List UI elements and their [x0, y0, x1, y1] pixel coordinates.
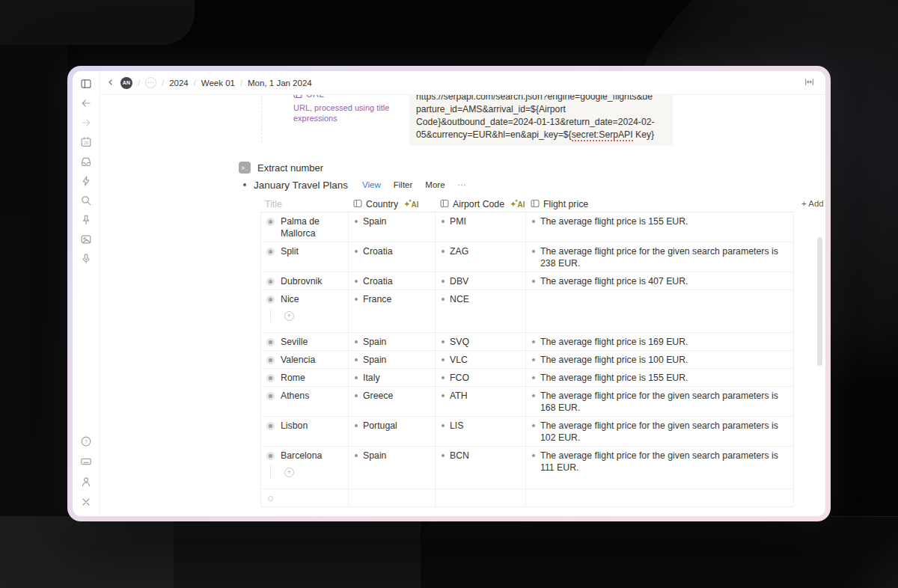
cell-drag-handle[interactable]: [355, 376, 358, 379]
avatar[interactable]: AN: [120, 77, 132, 89]
new-row-title-cell[interactable]: [260, 489, 349, 506]
collection-title[interactable]: January Travel Plans: [254, 180, 348, 191]
country-cell[interactable]: Spain: [349, 333, 436, 350]
breadcrumb-ellipsis-icon[interactable]: ⋯: [145, 77, 156, 88]
flight-price-cell[interactable]: The average flight price is 100 EUR.: [526, 351, 794, 368]
help-icon[interactable]: ?: [80, 435, 92, 447]
airport-code-cell[interactable]: ATH: [436, 387, 526, 416]
airport-code-cell[interactable]: FCO: [436, 369, 526, 386]
close-icon[interactable]: [80, 496, 92, 508]
airport-code-cell[interactable]: SVQ: [436, 333, 526, 350]
cell-drag-handle[interactable]: [442, 250, 445, 253]
country-cell[interactable]: Greece: [349, 387, 436, 416]
cell-drag-handle[interactable]: [442, 358, 445, 361]
cell-drag-handle[interactable]: [355, 298, 358, 301]
add-column-button[interactable]: + Add: [801, 199, 824, 208]
media-icon[interactable]: [80, 233, 92, 245]
cell-drag-handle[interactable]: [532, 250, 535, 253]
airport-code-cell[interactable]: LIS: [436, 417, 526, 446]
airport-code-cell[interactable]: NCE: [436, 290, 526, 332]
breadcrumb-item[interactable]: Week 01: [201, 79, 235, 88]
airport-code-cell[interactable]: VLC: [436, 351, 526, 368]
breadcrumb-back-icon[interactable]: [106, 78, 115, 88]
add-sub-item-icon[interactable]: +: [284, 311, 294, 321]
country-cell[interactable]: Croatia: [349, 272, 436, 290]
title-cell[interactable]: Split +: [260, 242, 349, 272]
keyboard-icon[interactable]: [80, 456, 92, 468]
flight-price-cell[interactable]: The average flight price is 407 EUR.: [526, 272, 794, 290]
page-width-icon[interactable]: [804, 76, 815, 89]
cell-drag-handle[interactable]: [442, 298, 445, 301]
cell-drag-handle[interactable]: [442, 394, 445, 397]
flight-price-cell[interactable]: The average flight price is 155 EUR.: [526, 212, 794, 242]
airport-code-cell[interactable]: DBV: [436, 272, 526, 290]
back-arrow-icon[interactable]: [80, 97, 92, 109]
cell-drag-handle[interactable]: [442, 454, 445, 457]
url-code-block[interactable]: https://serpapi.com/search.json?engine=g…: [409, 95, 673, 146]
country-cell[interactable]: Portugal: [349, 417, 436, 446]
calendar-icon[interactable]: 26: [80, 136, 92, 148]
row-open-handle[interactable]: [269, 394, 272, 398]
flight-price-cell[interactable]: The average flight price for the given s…: [526, 417, 794, 446]
inbox-icon[interactable]: [80, 156, 92, 168]
cell-drag-handle[interactable]: [355, 454, 358, 457]
country-cell[interactable]: Spain: [349, 212, 436, 242]
cell-drag-handle[interactable]: [355, 394, 358, 397]
add-sub-item-icon[interactable]: +: [284, 468, 294, 477]
cell-drag-handle[interactable]: [532, 340, 535, 343]
row-open-handle[interactable]: [269, 454, 272, 458]
cell-drag-handle[interactable]: [442, 280, 445, 283]
flight-price-cell[interactable]: The average flight price for the given s…: [526, 242, 794, 272]
airport-code-cell[interactable]: ZAG: [436, 242, 526, 272]
sidebar-toggle-icon[interactable]: [80, 78, 92, 90]
row-open-handle[interactable]: [269, 220, 272, 224]
menu-more[interactable]: More: [425, 180, 445, 189]
title-cell[interactable]: Seville +: [260, 333, 349, 350]
row-open-handle[interactable]: [269, 340, 272, 344]
microphone-icon[interactable]: [80, 253, 92, 265]
cell-drag-handle[interactable]: [442, 220, 445, 223]
cell-drag-handle[interactable]: [355, 358, 358, 361]
cell-drag-handle[interactable]: [532, 220, 535, 223]
zap-icon[interactable]: [80, 175, 92, 187]
title-cell[interactable]: Rome +: [260, 369, 349, 386]
person-icon[interactable]: [80, 476, 92, 488]
column-header-country[interactable]: Country ✦✦AI: [349, 199, 436, 210]
column-header-title[interactable]: Title: [260, 199, 349, 209]
airport-code-cell[interactable]: PMI: [436, 212, 526, 242]
title-cell[interactable]: Valencia +: [260, 351, 349, 368]
cell-drag-handle[interactable]: [532, 280, 535, 283]
new-row-cell[interactable]: [349, 489, 436, 506]
row-open-handle[interactable]: [269, 376, 272, 380]
flight-price-cell[interactable]: The average flight price is 155 EUR.: [526, 369, 794, 386]
menu-dots-icon[interactable]: ⋯: [458, 180, 468, 190]
pin-icon[interactable]: [80, 214, 92, 226]
new-row-cell[interactable]: [436, 489, 526, 506]
cell-drag-handle[interactable]: [442, 376, 445, 379]
block-bullet[interactable]: [243, 183, 246, 186]
cell-drag-handle[interactable]: [442, 424, 445, 427]
column-header-airport-code[interactable]: Airport Code ✦✦AI: [436, 199, 526, 210]
airport-code-cell[interactable]: BCN: [436, 447, 526, 489]
flight-price-cell[interactable]: [526, 290, 794, 332]
vertical-scrollbar-thumb[interactable]: [817, 237, 822, 366]
flight-price-cell[interactable]: The average flight price is 169 EUR.: [526, 333, 794, 350]
cell-drag-handle[interactable]: [355, 424, 358, 427]
menu-filter[interactable]: Filter: [394, 180, 413, 189]
cell-drag-handle[interactable]: [532, 376, 535, 379]
cell-drag-handle[interactable]: [355, 340, 358, 343]
extract-number-block[interactable]: >_ Extract number: [239, 160, 323, 175]
cell-drag-handle[interactable]: [355, 280, 358, 283]
flight-price-cell[interactable]: The average flight price for the given s…: [526, 387, 794, 416]
country-cell[interactable]: Italy: [349, 369, 436, 386]
breadcrumb-item[interactable]: Mon, 1 Jan 2024: [248, 79, 312, 88]
cell-drag-handle[interactable]: [355, 220, 358, 223]
menu-view[interactable]: View: [362, 180, 381, 189]
country-cell[interactable]: Croatia: [349, 242, 436, 272]
row-open-handle[interactable]: [269, 250, 272, 254]
title-cell[interactable]: Dubrovnik +: [260, 272, 349, 290]
title-cell[interactable]: Athens +: [260, 387, 349, 416]
row-open-handle[interactable]: [269, 280, 272, 284]
column-header-flight-price[interactable]: Flight price: [526, 199, 794, 210]
flight-price-cell[interactable]: The average flight price for the given s…: [526, 447, 794, 489]
